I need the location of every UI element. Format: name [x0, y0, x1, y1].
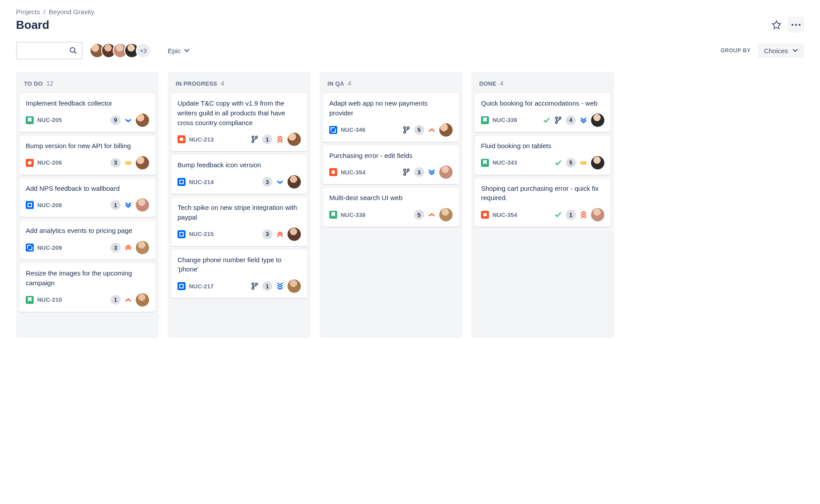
done-check-icon: [543, 116, 551, 124]
card-title: Tech spike on new stripe integration wit…: [177, 203, 301, 222]
star-button[interactable]: [769, 17, 785, 33]
priority-triple-low-icon: [276, 282, 284, 290]
issue-card[interactable]: Shoping cart purchasing error - quick fi…: [475, 178, 611, 227]
chevron-down-icon: [792, 49, 798, 52]
svg-point-15: [407, 126, 409, 128]
issue-card[interactable]: Add NPS feedback to wallboardNUC-2081: [20, 178, 155, 217]
groupby-value: Choices: [764, 47, 788, 55]
git-branch-icon: [402, 126, 410, 134]
assignee-avatar[interactable]: [439, 208, 453, 221]
priority-high-icon: [124, 244, 132, 252]
assignee-avatar[interactable]: [439, 123, 453, 137]
breadcrumb-project-name[interactable]: Beyond Gravity: [49, 8, 95, 16]
assignee-avatar[interactable]: [136, 114, 149, 127]
issue-card[interactable]: Multi-dest search UI webNUC-3385: [323, 188, 459, 227]
issue-type-story-icon: [481, 159, 489, 167]
issue-type-story-icon: [481, 116, 489, 124]
svg-line-4: [74, 51, 76, 54]
more-icon: [791, 24, 801, 26]
issue-key: NUC-343: [493, 159, 517, 166]
issue-key: NUC-354: [341, 169, 366, 176]
star-icon: [772, 20, 781, 30]
assignee-avatar[interactable]: [591, 208, 604, 221]
done-check-icon: [554, 159, 562, 167]
issue-card[interactable]: Purchasing error - edit fieldsNUC-3543: [323, 146, 459, 185]
svg-point-2: [799, 24, 800, 26]
issue-card[interactable]: Resize the images for the upcoming campa…: [20, 263, 155, 312]
issue-card[interactable]: Tech spike on new stripe integration wit…: [171, 197, 307, 246]
card-title: Fluid booking on tablets: [481, 141, 604, 151]
assignee-avatar[interactable]: [591, 114, 604, 127]
groupby-label: GROUP BY: [721, 47, 751, 54]
card-title: Bump feedback icon version: [177, 160, 301, 170]
avatar-overflow[interactable]: +3: [136, 43, 151, 58]
story-points-badge: 3: [414, 167, 424, 177]
epic-filter-label: Epic: [168, 47, 181, 55]
issue-type-task-icon: [177, 282, 185, 290]
story-points-badge: 3: [262, 177, 272, 187]
issue-card[interactable]: Implement feedback collectorNUC-2059: [20, 93, 155, 132]
issue-card[interactable]: Fluid booking on tabletsNUC-3435: [475, 136, 611, 175]
assignee-avatar[interactable]: [136, 198, 149, 212]
story-points-badge: 1: [262, 281, 272, 291]
assignee-avatar[interactable]: [288, 175, 301, 189]
issue-key: NUC-214: [189, 179, 214, 185]
avatar-group: +3: [90, 43, 151, 58]
git-branch-icon: [402, 168, 410, 176]
story-points-badge: 5: [414, 210, 424, 220]
issue-card[interactable]: Bump feedback icon versionNUC-2143: [171, 155, 307, 194]
svg-point-20: [556, 122, 557, 123]
svg-point-19: [556, 117, 557, 119]
issue-card[interactable]: Update T&C copy with v1.9 from the write…: [171, 93, 307, 151]
groupby-select[interactable]: Choices: [758, 43, 804, 58]
issue-type-story-icon: [26, 296, 34, 304]
issue-card[interactable]: Adapt web app no new payments providerNU…: [323, 93, 459, 142]
issue-type-subtask-icon: [26, 244, 34, 252]
svg-point-12: [256, 283, 257, 285]
issue-key: NUC-215: [189, 231, 214, 237]
priority-medium-icon: [580, 159, 587, 167]
column-title: IN QA: [327, 80, 344, 87]
card-title: Update T&C copy with v1.9 from the write…: [177, 98, 301, 127]
assignee-avatar[interactable]: [591, 156, 604, 169]
assignee-avatar[interactable]: [136, 241, 149, 254]
issue-card[interactable]: Quick booking for accomodations - webNUC…: [475, 93, 611, 132]
svg-rect-6: [125, 163, 131, 165]
issue-type-bug-icon: [329, 168, 337, 176]
assignee-avatar[interactable]: [136, 156, 149, 169]
more-button[interactable]: [788, 17, 804, 33]
priority-highest-icon: [276, 135, 284, 143]
assignee-avatar[interactable]: [136, 293, 149, 307]
story-points-badge: 3: [110, 243, 121, 252]
assignee-avatar[interactable]: [288, 228, 301, 241]
done-check-icon: [554, 211, 562, 219]
story-points-badge: 1: [566, 210, 576, 220]
story-points-badge: 3: [110, 158, 121, 168]
epic-filter[interactable]: Epic: [163, 44, 194, 57]
issue-card[interactable]: Change phone number field type to 'phone…: [171, 250, 307, 299]
column-count: 4: [500, 80, 504, 87]
story-points-badge: 4: [566, 115, 576, 125]
svg-point-10: [252, 283, 254, 285]
issue-card[interactable]: Add analytics events to pricing pageNUC-…: [20, 220, 155, 260]
assignee-avatar[interactable]: [288, 133, 301, 146]
priority-highest-icon: [580, 211, 587, 219]
card-title: Add analytics events to pricing page: [26, 226, 149, 236]
issue-card[interactable]: Bump version for new API for billingNUC-…: [20, 136, 155, 175]
svg-point-16: [404, 169, 406, 171]
search-input[interactable]: [16, 42, 83, 59]
board-column: IN PROGRESS4Update T&C copy with v1.9 fr…: [168, 72, 311, 338]
priority-mid-high-icon: [124, 296, 132, 304]
board-column: TO DO12Implement feedback collectorNUC-2…: [16, 72, 159, 338]
git-branch-icon: [251, 135, 259, 143]
svg-rect-5: [125, 161, 131, 163]
story-points-badge: 5: [414, 125, 424, 135]
story-points-badge: 1: [110, 200, 121, 210]
issue-type-story-icon: [26, 116, 34, 124]
assignee-avatar[interactable]: [288, 280, 301, 293]
assignee-avatar[interactable]: [439, 165, 453, 179]
breadcrumb-projects[interactable]: Projects: [16, 8, 40, 16]
issue-key: NUC-206: [37, 159, 62, 166]
svg-point-18: [407, 169, 409, 171]
issue-type-story-icon: [329, 211, 337, 219]
